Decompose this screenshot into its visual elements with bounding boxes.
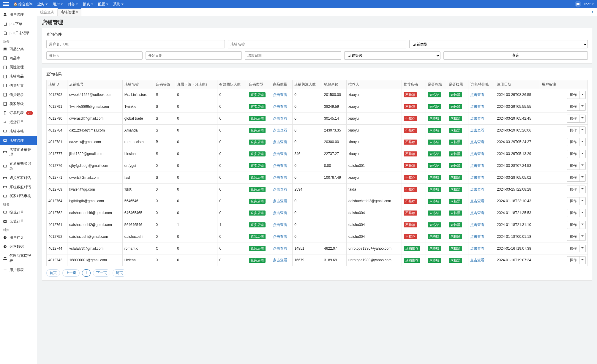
- sidebar-item[interactable]: 店铺商品: [0, 72, 37, 81]
- visitor-link[interactable]: 点击查看: [470, 93, 484, 97]
- close-icon[interactable]: ×: [76, 10, 78, 14]
- topnav-item-3[interactable]: 报表: [83, 2, 93, 7]
- sidebar-item[interactable]: 直通车购买记录: [0, 159, 37, 173]
- product-count-link[interactable]: 点击查看: [273, 93, 287, 97]
- visitor-link[interactable]: 点击查看: [470, 258, 484, 262]
- action-button[interactable]: 操作: [567, 233, 586, 241]
- product-count-link[interactable]: 点击查看: [273, 175, 287, 180]
- visitor-link[interactable]: 点击查看: [470, 128, 484, 132]
- referrer-input[interactable]: [46, 51, 143, 60]
- topnav-home[interactable]: 🏠 综合查询: [13, 2, 33, 7]
- product-count-link[interactable]: 点击查看: [273, 199, 287, 203]
- end-date-input[interactable]: [245, 51, 341, 60]
- visitor-link[interactable]: 点击查看: [470, 175, 484, 180]
- pager-next[interactable]: 下一页: [93, 269, 110, 277]
- sidebar-item[interactable]: 商品分类: [0, 45, 37, 54]
- tab-dashboard[interactable]: 综合查询: [37, 9, 58, 16]
- sidebar-item[interactable]: 系统客服对话: [0, 183, 37, 192]
- action-button[interactable]: 操作: [567, 138, 586, 146]
- chevron-down-icon[interactable]: [579, 138, 585, 146]
- action-button[interactable]: 操作: [567, 150, 586, 158]
- chevron-down-icon[interactable]: [579, 103, 585, 110]
- action-button[interactable]: 操作: [567, 174, 586, 182]
- topnav-item-1[interactable]: 用户: [53, 2, 63, 7]
- visitor-link[interactable]: 点击查看: [470, 105, 484, 109]
- sidebar-item[interactable]: 充值订单: [0, 217, 37, 226]
- user-input[interactable]: [46, 40, 225, 48]
- product-count-link[interactable]: 点击查看: [273, 128, 287, 132]
- pager-last[interactable]: 尾页: [113, 269, 126, 277]
- chevron-down-icon[interactable]: [579, 162, 585, 170]
- chevron-down-icon[interactable]: [579, 127, 585, 134]
- sidebar-item[interactable]: pos日志记录: [0, 29, 37, 38]
- visitor-link[interactable]: 点击查看: [470, 187, 484, 192]
- action-button[interactable]: 操作: [567, 197, 586, 205]
- sidebar-item[interactable]: pos下单: [0, 19, 37, 29]
- product-count-link[interactable]: 点击查看: [273, 235, 287, 239]
- product-count-link[interactable]: 点击查看: [273, 187, 287, 192]
- chevron-down-icon[interactable]: [579, 197, 585, 205]
- product-count-link[interactable]: 点击查看: [273, 258, 287, 262]
- sidebar-item[interactable]: 店铺直通车管理: [0, 145, 37, 159]
- product-count-link[interactable]: 点击查看: [273, 164, 287, 168]
- visitor-link[interactable]: 点击查看: [470, 116, 484, 121]
- visitor-link[interactable]: 点击查看: [470, 223, 484, 227]
- pager-prev[interactable]: 上一页: [62, 269, 80, 277]
- sidebar-item[interactable]: 借贷配置: [0, 81, 37, 90]
- action-button[interactable]: 操作: [567, 162, 586, 170]
- pager-first[interactable]: 首页: [46, 269, 60, 277]
- hamburger-icon[interactable]: [3, 1, 9, 7]
- action-button[interactable]: 操作: [567, 245, 586, 253]
- product-count-link[interactable]: 点击查看: [273, 105, 287, 109]
- chevron-down-icon[interactable]: [579, 221, 585, 229]
- sidebar-item[interactable]: 属性管理: [0, 63, 37, 72]
- sidebar-item[interactable]: 买家对话审核: [0, 192, 37, 201]
- refresh-icon[interactable]: ↻: [589, 9, 597, 16]
- action-button[interactable]: 操作: [567, 115, 586, 123]
- store-name-input[interactable]: [228, 40, 406, 48]
- sidebar-item[interactable]: 用户管理: [0, 10, 37, 19]
- topnav-item-0[interactable]: 业务: [37, 2, 48, 7]
- visitor-link[interactable]: 点击查看: [470, 235, 484, 239]
- sidebar-item[interactable]: 卖家等级: [0, 99, 37, 109]
- chevron-down-icon[interactable]: [579, 209, 585, 217]
- sidebar-item[interactable]: 代理商充提报表: [0, 251, 37, 265]
- sidebar-item[interactable]: 订单列表 70: [0, 108, 37, 118]
- action-button[interactable]: 操作: [567, 103, 586, 111]
- product-count-link[interactable]: 点击查看: [273, 211, 287, 215]
- product-count-link[interactable]: 点击查看: [273, 140, 287, 144]
- chevron-down-icon[interactable]: [579, 186, 585, 193]
- sidebar-item[interactable]: 店铺管理: [0, 136, 37, 145]
- action-button[interactable]: 操作: [567, 256, 586, 264]
- action-button[interactable]: 操作: [567, 186, 586, 194]
- action-button[interactable]: 操作: [567, 126, 586, 134]
- sidebar-item[interactable]: 用户存盘: [0, 233, 37, 242]
- visitor-link[interactable]: 点击查看: [470, 199, 484, 203]
- chevron-down-icon[interactable]: [579, 233, 585, 240]
- topnav-item-2[interactable]: 财务: [68, 2, 78, 7]
- user-menu[interactable]: root: [584, 2, 594, 7]
- chevron-down-icon[interactable]: [579, 91, 585, 99]
- chat-icon[interactable]: [575, 1, 581, 7]
- topnav-item-5[interactable]: 系统: [113, 2, 124, 7]
- action-button[interactable]: 操作: [567, 91, 586, 99]
- topnav-item-4[interactable]: 配置: [98, 2, 108, 7]
- visitor-link[interactable]: 点击查看: [470, 164, 484, 168]
- chevron-down-icon[interactable]: [579, 257, 585, 264]
- sidebar-item[interactable]: 店铺审核: [0, 127, 37, 136]
- sidebar-item[interactable]: 虚拟买家对话: [0, 173, 37, 183]
- chevron-down-icon[interactable]: [579, 174, 585, 181]
- sidebar-item[interactable]: 用户报表: [0, 265, 37, 275]
- visitor-link[interactable]: 点击查看: [470, 246, 484, 251]
- chevron-down-icon[interactable]: [579, 115, 585, 122]
- tab-store-manage[interactable]: 店铺管理×: [58, 8, 81, 16]
- sidebar-item[interactable]: 运营数据: [0, 242, 37, 251]
- query-button[interactable]: 查询: [443, 51, 588, 60]
- store-type-select[interactable]: 店铺类型: [409, 40, 588, 48]
- sidebar-item[interactable]: 退货订单: [0, 118, 37, 127]
- visitor-link[interactable]: 点击查看: [470, 140, 484, 144]
- product-count-link[interactable]: 点击查看: [273, 246, 287, 251]
- start-date-input[interactable]: [146, 51, 242, 60]
- action-button[interactable]: 操作: [567, 221, 586, 229]
- pager-page-1[interactable]: 1: [82, 269, 91, 277]
